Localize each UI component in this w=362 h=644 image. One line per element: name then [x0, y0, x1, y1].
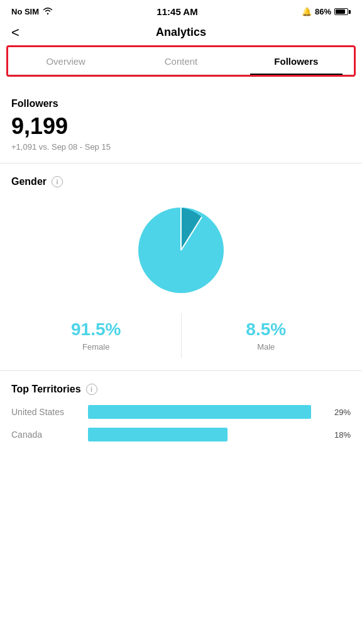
territories-title: Top Territories [11, 384, 81, 395]
male-stat: 8.5% Male [182, 313, 351, 358]
page-title: Analytics [156, 26, 206, 39]
territory-bar-ca [88, 428, 228, 441]
tab-followers[interactable]: Followers [239, 47, 354, 74]
tab-overview[interactable]: Overview [8, 47, 123, 74]
top-territories-section: Top Territories i United States 29% Cana… [11, 384, 351, 441]
gender-header: Gender i [11, 176, 351, 187]
territory-row-ca: Canada 18% [11, 428, 351, 441]
territory-bar-container-us [88, 405, 321, 419]
territory-bar-container-ca [88, 428, 321, 441]
divider-1 [0, 163, 362, 164]
followers-section: Followers 9,199 +1,091 vs. Sep 08 - Sep … [11, 98, 351, 152]
female-pct: 91.5% [11, 319, 181, 340]
alarm-icon: 🔔 [302, 7, 312, 16]
gender-stats: 91.5% Female 8.5% Male [11, 313, 351, 358]
pie-svg [131, 200, 231, 301]
male-label: Male [182, 342, 351, 352]
territory-bar-us [88, 405, 311, 419]
territory-name-ca: Canada [11, 430, 80, 440]
tab-bar: Overview Content Followers [8, 47, 354, 75]
territory-rows: United States 29% Canada 18% [11, 405, 351, 441]
followers-section-title: Followers [11, 98, 351, 109]
territory-name-us: United States [11, 407, 80, 417]
back-button[interactable]: < [11, 25, 19, 41]
gender-pie-chart [11, 200, 351, 301]
battery-pct: 86% [315, 7, 331, 16]
male-pct: 8.5% [182, 319, 351, 340]
gender-info-icon[interactable]: i [52, 176, 63, 187]
followers-delta: +1,091 vs. Sep 08 - Sep 15 [11, 142, 351, 152]
status-left: No SIM [11, 7, 53, 16]
female-label: Female [11, 342, 181, 352]
main-content: Followers 9,199 +1,091 vs. Sep 08 - Sep … [0, 77, 362, 441]
battery-icon [334, 8, 351, 15]
territory-pct-ca: 18% [328, 430, 351, 440]
tabs-highlight-wrapper: Overview Content Followers [6, 45, 356, 77]
followers-count: 9,199 [11, 113, 351, 140]
wifi-icon [43, 7, 53, 16]
tab-content[interactable]: Content [123, 47, 238, 74]
female-stat: 91.5% Female [11, 313, 182, 358]
territories-info-icon[interactable]: i [86, 384, 97, 395]
divider-2 [0, 370, 362, 371]
territories-header: Top Territories i [11, 384, 351, 395]
status-time: 11:45 AM [156, 6, 197, 17]
gender-section: Gender i 91.5% Fema [11, 176, 351, 358]
territory-row-us: United States 29% [11, 405, 351, 419]
territory-pct-us: 29% [328, 408, 351, 417]
carrier-label: No SIM [11, 7, 39, 16]
gender-title: Gender [11, 176, 47, 187]
app-header: < Analytics [0, 21, 362, 45]
status-bar: No SIM 11:45 AM 🔔 86% [0, 0, 362, 21]
status-right: 🔔 86% [302, 7, 351, 16]
